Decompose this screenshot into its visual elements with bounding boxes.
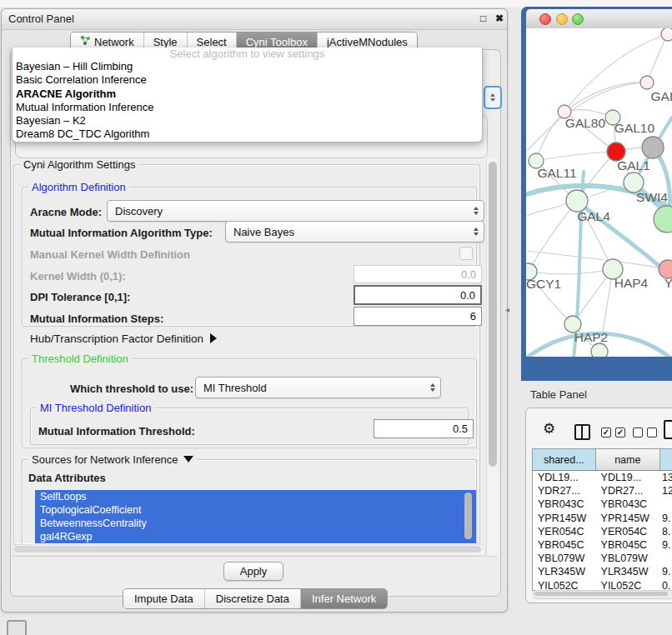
table-row[interactable]: YDR27... YDR27... 12 [533, 484, 672, 498]
aracne-mode-label: Aracne Mode: [30, 206, 102, 218]
node-table: shared... name YDL19... YDL19... 13 YDR2… [532, 448, 672, 591]
table-row[interactable]: YDL19... YDL19... 13 [533, 471, 672, 484]
table-horizontal-scrollbar[interactable] [533, 590, 672, 599]
column-header-name[interactable]: name [596, 449, 661, 470]
hub-definition-label: Hub/Transcription Factor Definition [30, 332, 203, 345]
table-row[interactable]: YBR045C YBR045C 9. [533, 538, 672, 552]
tab-impute-data[interactable]: Impute Data [123, 589, 204, 608]
algorithm-option[interactable]: Dream8 DC_TDC Algorithm [13, 128, 482, 141]
tab-discretize-data[interactable]: Discretize Data [204, 589, 300, 608]
focused-combo-stepper[interactable] [484, 86, 502, 109]
node-label: GAL80 [565, 116, 606, 130]
table-panel-toolbar: ⚙ ✓ ✓ [526, 408, 672, 448]
scrollbar-thumb[interactable] [489, 162, 497, 467]
column-header-shared-name[interactable]: shared... [533, 449, 596, 470]
attribute-list-scrollbar[interactable] [464, 492, 472, 539]
apply-button[interactable]: Apply [223, 562, 283, 581]
cyni-bottom-tabs: Impute Data Discretize Data Infer Networ… [123, 588, 388, 609]
algorithm-definition-title: Algorithm Definition [28, 181, 129, 193]
table-row[interactable]: YBL079W YBL079W [533, 552, 672, 565]
table-header-row: shared... name [533, 449, 672, 471]
algorithm-option[interactable]: Bayesian – K2 [13, 114, 482, 128]
settings-horizontal-scrollbar[interactable] [13, 544, 486, 556]
node[interactable] [591, 343, 608, 357]
table-row[interactable]: YIL052C YIL052C 0. [533, 579, 672, 592]
threshold-definition-title: Threshold Definition [28, 352, 132, 365]
mi-threshold-title: MI Threshold Definition [37, 402, 154, 414]
minimize-traffic-light-icon[interactable] [556, 13, 568, 25]
hub-definition-toggle[interactable]: Hub/Transcription Factor Definition [30, 332, 217, 345]
network-window-titlebar[interactable] [526, 9, 672, 29]
aracne-mode-value: Discovery [115, 205, 163, 218]
sources-toggle[interactable]: Sources for Network Inference [28, 453, 197, 466]
kernel-width-field[interactable]: 0.0 [354, 265, 482, 283]
node-label: GAL11 [537, 166, 576, 180]
network-node-labels: GAL GAL80 GAL10 GAL1 GAL11 SWI4 GAL4 GCY… [526, 89, 672, 344]
data-attributes-label: Data Attributes [28, 472, 106, 484]
table-row[interactable]: YLR345W YLR345W 9. [533, 565, 672, 578]
table-row[interactable]: YBR043C YBR043C [533, 498, 672, 511]
control-panel-titlebar: Control Panel □ ✖ [2, 9, 507, 30]
algorithm-option-selected[interactable]: ARACNE Algorithm [13, 88, 482, 101]
scrollbar-thumb[interactable] [534, 592, 668, 596]
gear-icon[interactable]: ⚙ [543, 422, 555, 436]
splitter-collapse-icon[interactable]: ◂ [505, 305, 509, 314]
panel-grip[interactable] [7, 620, 27, 635]
close-panel-icon[interactable]: ✖ [495, 12, 504, 24]
combo-stepper-icon [474, 228, 479, 236]
tab-network-label: Network [94, 36, 134, 48]
network-graph: GAL GAL80 GAL10 GAL1 GAL11 SWI4 GAL4 GCY… [526, 28, 672, 357]
node-gal-partial[interactable] [640, 76, 654, 89]
aracne-mode-combo[interactable]: Discovery [107, 200, 484, 222]
expanded-arrow-icon [183, 456, 193, 462]
which-threshold-value: MI Threshold [203, 382, 267, 394]
document-icon[interactable] [664, 420, 672, 439]
node-bright-green[interactable] [654, 206, 672, 232]
zoom-traffic-light-icon[interactable] [572, 13, 584, 25]
cyni-algorithm-settings-title: Cyni Algorithm Settings [20, 158, 138, 171]
stepper-up-icon [490, 93, 495, 97]
node-gray[interactable] [642, 137, 664, 158]
column-header-partial[interactable] [660, 449, 672, 470]
columns-icon[interactable] [574, 424, 590, 440]
node-label: GAL [650, 89, 672, 103]
screen: Control Panel □ ✖ Network [0, 0, 672, 635]
which-threshold-label: Which threshold to use: [70, 382, 193, 395]
attribute-item-selected[interactable]: gal4RGexp [35, 530, 476, 543]
table-row[interactable]: YPR145W YPR145W 9. [533, 512, 672, 525]
scrollbar-thumb[interactable] [14, 546, 481, 552]
dpi-tolerance-field[interactable]: 0.0 [354, 285, 482, 305]
combo-stepper-icon [430, 383, 435, 392]
manual-kernel-checkbox[interactable] [459, 247, 473, 260]
select-all-checkbox-icon[interactable]: ✓ [615, 428, 625, 438]
close-traffic-light-icon[interactable] [539, 13, 551, 25]
attribute-item-selected[interactable]: SelfLoops [35, 490, 476, 503]
deselect-all-checkbox-icon[interactable] [633, 428, 643, 438]
attribute-item-selected[interactable]: BetweennessCentrality [35, 517, 476, 530]
network-tab-icon [80, 35, 91, 48]
table-panel-window: ⚙ ✓ ✓ shared... name YDL19... YDL19... 1… [525, 408, 672, 603]
network-canvas[interactable]: GAL GAL80 GAL10 GAL1 GAL11 SWI4 GAL4 GCY… [526, 28, 672, 357]
float-window-icon[interactable]: □ [480, 12, 486, 24]
algorithm-option[interactable]: Basic Correlation Inference [13, 73, 482, 87]
node[interactable] [661, 28, 672, 41]
node-label: GAL10 [614, 121, 655, 135]
mi-threshold-field[interactable]: 0.5 [374, 419, 474, 438]
tab-infer-network[interactable]: Infer Network [300, 589, 387, 608]
which-threshold-combo[interactable]: MI Threshold [195, 377, 441, 398]
attribute-item-selected[interactable]: TopologicalCoefficient [35, 503, 476, 517]
settings-vertical-scrollbar[interactable] [486, 158, 499, 556]
deselect-all-checkbox-icon[interactable] [647, 428, 657, 438]
mi-steps-field[interactable]: 6 [354, 307, 482, 326]
mi-type-combo[interactable]: Naive Bayes [225, 221, 484, 242]
panel-separator [9, 556, 497, 557]
select-all-checkbox-icon[interactable]: ✓ [601, 428, 611, 438]
table-row[interactable]: YER054C YER054C 8. [533, 525, 672, 538]
algorithm-option[interactable]: Bayesian – Hill Climbing [13, 60, 482, 73]
algorithm-option[interactable]: Mutual Information Inference [13, 101, 482, 114]
algorithm-dropdown-popup: Select algorithm to view settings Bayesi… [12, 48, 483, 142]
data-attributes-list[interactable]: SelfLoops TopologicalCoefficient Between… [35, 490, 476, 543]
node-label: Y [664, 276, 672, 290]
sources-title: Sources for Network Inference [32, 453, 178, 466]
mi-type-value: Naive Bayes [233, 226, 294, 238]
